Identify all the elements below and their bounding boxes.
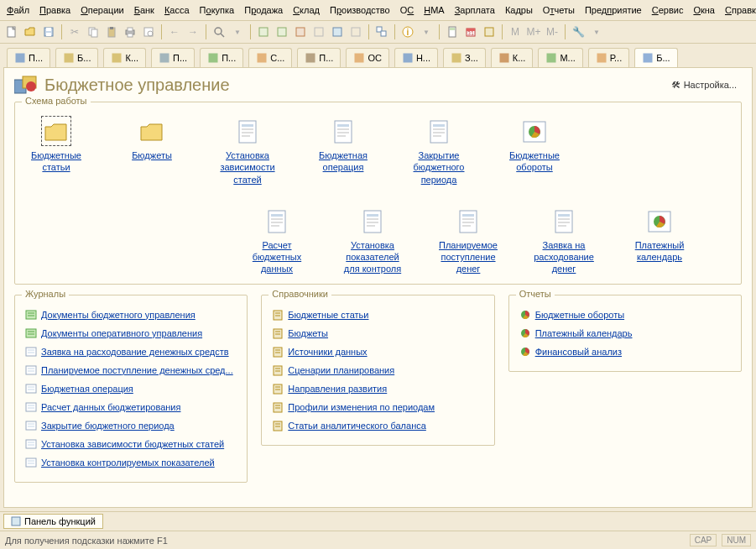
menu-отчеты[interactable]: Отчеты — [541, 3, 576, 17]
doc6-icon[interactable] — [347, 24, 364, 40]
doc4-icon[interactable] — [310, 24, 327, 40]
journal-icon — [25, 420, 37, 431]
tab-Б[interactable]: Б... — [634, 48, 677, 67]
list-link[interactable]: Платежный календарь — [535, 328, 633, 338]
list-link[interactable]: Финансовый анализ — [535, 347, 622, 357]
svg-rect-83 — [558, 222, 570, 223]
tab-Н[interactable]: Н... — [394, 48, 438, 67]
doc5-icon[interactable] — [329, 24, 346, 40]
settings-button[interactable]: 🛠 Настройка... — [666, 78, 742, 92]
zoom-dropdown-icon[interactable]: ▼ — [229, 24, 246, 40]
cut-icon[interactable]: ✂ — [66, 24, 83, 40]
menu-файл[interactable]: Файл — [5, 3, 31, 17]
list-item: Планируемое поступление денежных сред... — [23, 361, 238, 379]
menu-правка[interactable]: Правка — [38, 3, 72, 17]
tab-М[interactable]: М... — [538, 48, 582, 67]
scheme-link[interactable]: Бюджетные статьи — [23, 149, 89, 174]
menu-справка[interactable]: Справка — [723, 3, 756, 17]
back-icon[interactable]: ← — [166, 24, 183, 40]
wrench-dropdown-icon[interactable]: ▼ — [588, 24, 605, 40]
tab-П[interactable]: П... — [297, 48, 341, 67]
menu-ос[interactable]: ОС — [399, 3, 416, 17]
print-preview-icon[interactable] — [140, 24, 157, 40]
list-link[interactable]: Источники данных — [288, 347, 367, 357]
menu-зарплата[interactable]: Зарплата — [453, 3, 497, 17]
svg-rect-93 — [26, 348, 36, 356]
list-link[interactable]: Документы оперативного управления — [41, 328, 202, 338]
calendar-icon[interactable]: 31 — [462, 24, 479, 40]
scheme-link[interactable]: Установка показателей для контроля — [340, 239, 405, 275]
scheme-link[interactable]: Бюджетная операция — [310, 149, 376, 174]
list-link[interactable]: Бюджеты — [288, 328, 328, 338]
list-link[interactable]: Закрытие бюджетного периода — [41, 421, 175, 431]
menu-касса[interactable]: Касса — [163, 3, 191, 17]
menu-окна[interactable]: Окна — [691, 3, 717, 17]
doc2-icon[interactable] — [274, 24, 290, 40]
scheme-link[interactable]: Бюджеты — [132, 149, 172, 161]
info-icon[interactable]: i — [399, 24, 416, 40]
scheme-link[interactable]: Бюджетные обороты — [502, 149, 567, 174]
menu-кадры[interactable]: Кадры — [503, 3, 534, 17]
zoom-icon[interactable] — [211, 24, 227, 40]
menu-продажа[interactable]: Продажа — [242, 3, 284, 17]
doc3-icon[interactable] — [292, 24, 309, 40]
function-panel-tab[interactable]: Панель функций — [3, 514, 103, 529]
calc-icon[interactable] — [444, 24, 461, 40]
list-link[interactable]: Документы бюджетного управления — [41, 310, 196, 320]
menu-банк[interactable]: Банк — [133, 3, 156, 17]
folder-icon — [137, 116, 167, 146]
menu-покупка[interactable]: Покупка — [198, 3, 237, 17]
wrench-icon[interactable]: 🔧 — [570, 24, 587, 40]
list-link[interactable]: Установка зависимости бюджетных статей — [41, 439, 224, 449]
list-link[interactable]: Сценарии планирования — [288, 365, 394, 375]
scheme-link[interactable]: Расчет бюджетных данных — [244, 239, 310, 275]
paste-icon[interactable] — [103, 24, 120, 40]
scheme-link[interactable]: Установка зависимости статей — [215, 149, 280, 186]
tab-К[interactable]: К... — [491, 48, 534, 67]
list-link[interactable]: Заявка на расходование денежных средств — [41, 347, 229, 357]
menu-склад[interactable]: Склад — [291, 3, 321, 17]
report-icon[interactable] — [481, 24, 498, 40]
menu-операции[interactable]: Операции — [79, 3, 125, 17]
save-icon[interactable] — [40, 24, 57, 40]
scheme-link[interactable]: Планируемое поступление денег — [435, 239, 501, 275]
forward-icon[interactable]: → — [185, 24, 201, 40]
tab-К[interactable]: К... — [103, 48, 146, 67]
scheme-link[interactable]: Платежный календарь — [627, 239, 692, 264]
doc-icon — [357, 206, 388, 236]
tab-П[interactable]: П... — [151, 48, 195, 67]
list-link[interactable]: Планируемое поступление денежных сред... — [41, 365, 233, 375]
doc1-icon[interactable] — [255, 24, 272, 40]
scheme-link[interactable]: Заявка на расходование денег — [531, 239, 597, 275]
open-icon[interactable] — [22, 24, 39, 40]
tab-З[interactable]: З... — [443, 48, 486, 67]
svg-rect-55 — [337, 128, 349, 130]
new-file-icon[interactable] — [3, 24, 20, 40]
list-link[interactable]: Бюджетные статьи — [288, 310, 368, 320]
menu-сервис[interactable]: Сервис — [650, 3, 686, 17]
list-link[interactable]: Направления развития — [288, 384, 387, 394]
copy-icon[interactable] — [85, 24, 102, 40]
list-link[interactable]: Профили изменения по периодам — [288, 402, 435, 412]
list-link[interactable]: Установка контролируемых показателей — [41, 458, 215, 468]
print-icon[interactable] — [122, 24, 138, 40]
list-link[interactable]: Расчет данных бюджетирования — [41, 402, 180, 412]
info-dropdown-icon[interactable]: ▼ — [418, 24, 435, 40]
list-link[interactable]: Бюджетные обороты — [535, 310, 624, 320]
scheme-link[interactable]: Закрытие бюджетного периода — [406, 149, 472, 186]
menu-производство[interactable]: Производство — [328, 3, 392, 17]
tab-С[interactable]: С... — [248, 48, 292, 67]
menu-нма[interactable]: НМА — [422, 3, 446, 17]
tab-П[interactable]: П... — [7, 48, 50, 67]
list-link[interactable]: Статьи аналитического баланса — [288, 421, 426, 431]
tab-П[interactable]: П... — [200, 48, 243, 67]
svg-rect-19 — [333, 28, 342, 36]
tab-Р[interactable]: Р... — [588, 48, 629, 67]
tab-ОС[interactable]: ОС — [346, 48, 389, 67]
tab-Б[interactable]: Б... — [55, 48, 98, 67]
menu-предприятие[interactable]: Предприятие — [583, 3, 644, 17]
list-link[interactable]: Бюджетная операция — [41, 384, 133, 394]
windows-icon[interactable] — [373, 24, 390, 40]
list-item: Финансовый анализ — [518, 342, 733, 361]
list-item: Бюджетные статьи — [270, 306, 485, 324]
